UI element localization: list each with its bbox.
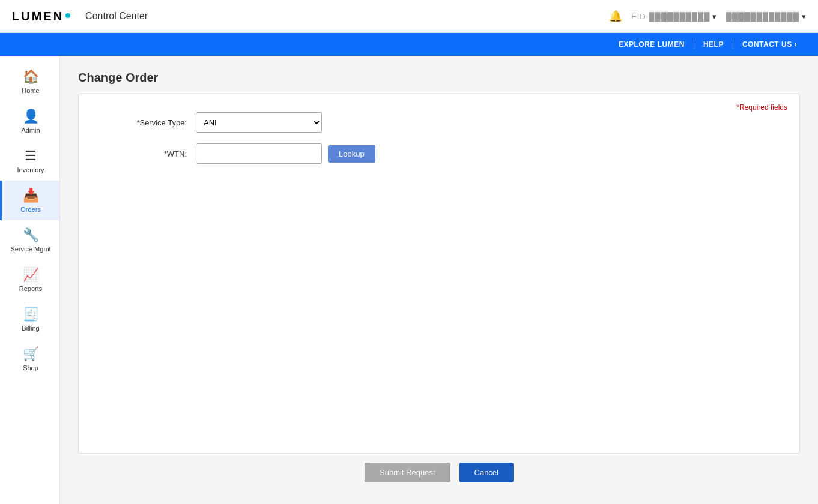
sidebar-item-reports[interactable]: 📈 Reports [0, 260, 59, 299]
sidebar-item-home[interactable]: 🏠 Home [0, 62, 59, 101]
help-link[interactable]: HELP [694, 40, 733, 49]
inventory-icon: ☰ [25, 148, 37, 164]
service-type-control: ANI WTN Circuit [196, 112, 322, 133]
top-header: LUMEN Control Center 🔔 EID ██████████ ▾ … [0, 0, 818, 33]
shop-icon: 🛒 [23, 346, 39, 362]
eid-dropdown[interactable]: EID ██████████ ▾ [631, 12, 717, 21]
wtn-input[interactable] [196, 143, 322, 164]
required-fields-note: *Required fields [736, 103, 787, 112]
sidebar: 🏠 Home 👤 Admin ☰ Inventory 📥 Orders 🔧 Se… [0, 56, 60, 504]
sidebar-label-orders: Orders [20, 206, 41, 213]
sidebar-item-inventory[interactable]: ☰ Inventory [0, 141, 59, 181]
orders-icon: 📥 [23, 188, 39, 203]
eid-label: EID ██████████ [631, 12, 710, 21]
service-type-label: *Service Type: [91, 118, 187, 127]
reports-icon: 📈 [23, 267, 39, 283]
service-type-row: *Service Type: ANI WTN Circuit [91, 112, 787, 133]
wtn-control: Lookup [196, 143, 375, 164]
sidebar-label-service-mgmt: Service Mgmt [10, 245, 50, 253]
page-title: Change Order [78, 71, 800, 85]
sidebar-label-inventory: Inventory [17, 166, 44, 173]
sidebar-item-orders[interactable]: 📥 Orders [0, 181, 59, 220]
user-dropdown[interactable]: ████████████ ▾ [726, 12, 806, 21]
main-layout: 🏠 Home 👤 Admin ☰ Inventory 📥 Orders 🔧 Se… [0, 56, 818, 504]
sidebar-label-home: Home [22, 87, 39, 94]
form-card: *Required fields *Service Type: ANI WTN … [78, 94, 800, 454]
user-chevron-icon: ▾ [802, 12, 806, 21]
wtn-label: *WTN: [91, 149, 187, 158]
bottom-actions: Submit Request Cancel [78, 454, 800, 491]
sidebar-item-shop[interactable]: 🛒 Shop [0, 339, 59, 379]
main-content: Change Order *Required fields *Service T… [60, 56, 818, 504]
contact-us-link[interactable]: CONTACT US › [733, 40, 806, 49]
billing-icon: 🧾 [23, 307, 39, 322]
sidebar-item-service-mgmt[interactable]: 🔧 Service Mgmt [0, 220, 59, 260]
lumen-logo: LUMEN [12, 10, 70, 23]
home-icon: 🏠 [23, 69, 39, 85]
sidebar-label-admin: Admin [21, 127, 40, 134]
user-label: ████████████ [726, 12, 799, 21]
sidebar-item-billing[interactable]: 🧾 Billing [0, 299, 59, 339]
sidebar-item-admin[interactable]: 👤 Admin [0, 101, 59, 141]
service-type-select[interactable]: ANI WTN Circuit [196, 112, 322, 133]
admin-icon: 👤 [23, 109, 39, 124]
header-right: 🔔 EID ██████████ ▾ ████████████ ▾ [609, 10, 806, 23]
notification-bell-icon[interactable]: 🔔 [609, 10, 622, 23]
app-title: Control Center [85, 11, 148, 22]
wtn-row: *WTN: Lookup [91, 143, 787, 164]
sidebar-label-reports: Reports [19, 285, 43, 292]
submit-request-button[interactable]: Submit Request [365, 463, 450, 482]
sidebar-label-billing: Billing [22, 325, 39, 332]
cancel-button[interactable]: Cancel [459, 463, 514, 482]
explore-lumen-link[interactable]: EXPLORE LUMEN [610, 40, 694, 49]
eid-chevron-icon: ▾ [712, 12, 717, 21]
sidebar-label-shop: Shop [23, 364, 38, 371]
lookup-button[interactable]: Lookup [328, 145, 375, 163]
blue-nav-bar: EXPLORE LUMEN HELP CONTACT US › [0, 33, 818, 56]
service-mgmt-icon: 🔧 [23, 227, 39, 243]
